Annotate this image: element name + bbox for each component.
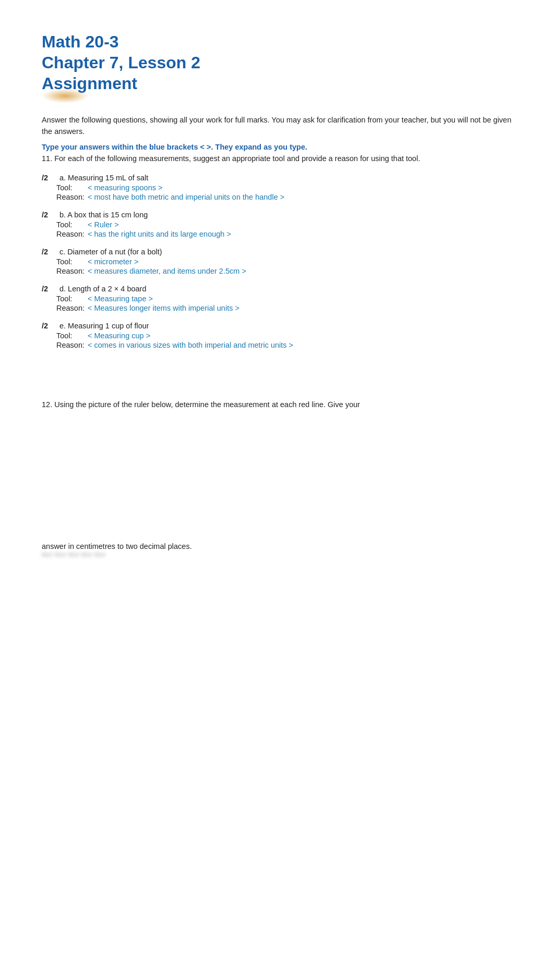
title-line1: Math 20-3 xyxy=(42,32,119,51)
question-text-d: d. Length of a 2 × 4 board xyxy=(59,285,146,293)
tool-value-d[interactable]: < Measuring tape > xyxy=(88,295,153,303)
ruler-image-placeholder xyxy=(42,412,512,480)
tool-label-b: Tool: xyxy=(56,220,88,229)
tool-value-b[interactable]: < Ruler > xyxy=(88,220,119,229)
question-text-c: c. Diameter of a nut (for a bolt) xyxy=(59,248,162,256)
q11-intro: 11. For each of the following measuremen… xyxy=(42,153,512,165)
questions-list: /2 a. Measuring 15 mL of salt Tool: < me… xyxy=(42,174,512,349)
question-a: /2 a. Measuring 15 mL of salt Tool: < me… xyxy=(42,174,512,201)
tool-value-a[interactable]: < measuring spoons > xyxy=(88,183,162,192)
tool-label-e: Tool: xyxy=(56,332,88,340)
question-d: /2 d. Length of a 2 × 4 board Tool: < Me… xyxy=(42,285,512,312)
question-12-section: 12. Using the picture of the ruler below… xyxy=(42,400,512,558)
reason-label-d: Reason: xyxy=(56,304,88,312)
question-text-b: b. A box that is 15 cm long xyxy=(59,211,148,219)
spacer-before-q12 xyxy=(42,359,512,400)
reason-line-e: Reason: < comes in various sizes with bo… xyxy=(56,341,512,349)
tool-line-b: Tool: < Ruler > xyxy=(56,220,512,229)
question-c: /2 c. Diameter of a nut (for a bolt) Too… xyxy=(42,248,512,275)
mark-a: /2 xyxy=(42,174,56,182)
tool-label-d: Tool: xyxy=(56,295,88,303)
tool-line-d: Tool: < Measuring tape > xyxy=(56,295,512,303)
reason-value-a[interactable]: < most have both metric and imperial uni… xyxy=(88,193,284,201)
reason-label-e: Reason: xyxy=(56,341,88,349)
reason-value-e[interactable]: < comes in various sizes with both imper… xyxy=(88,341,293,349)
reason-label-b: Reason: xyxy=(56,230,88,238)
mark-d: /2 xyxy=(42,285,56,293)
tool-value-c[interactable]: < micrometer > xyxy=(88,258,139,266)
mark-c: /2 xyxy=(42,248,56,256)
reason-line-c: Reason: < measures diameter, and items u… xyxy=(56,267,512,275)
question-e: /2 e. Measuring 1 cup of flour Tool: < M… xyxy=(42,322,512,349)
reason-value-d[interactable]: < Measures longer items with imperial un… xyxy=(88,304,239,312)
question-text-a: a. Measuring 15 mL of salt xyxy=(59,174,148,182)
mark-b: /2 xyxy=(42,211,56,219)
title-highlight-decoration xyxy=(42,89,89,103)
q12-text: 12. Using the picture of the ruler below… xyxy=(42,400,512,409)
tool-line-e: Tool: < Measuring cup > xyxy=(56,332,512,340)
reason-line-a: Reason: < most have both metric and impe… xyxy=(56,193,512,201)
tool-value-e[interactable]: < Measuring cup > xyxy=(88,332,150,340)
reason-line-b: Reason: < has the right units and its la… xyxy=(56,230,512,238)
q12-continuation: answer in centimetres to two decimal pla… xyxy=(42,542,512,550)
tool-line-a: Tool: < measuring spoons > xyxy=(56,183,512,192)
tool-label-c: Tool: xyxy=(56,258,88,266)
blue-instruction: Type your answers within the blue bracke… xyxy=(42,143,512,151)
question-text-e: e. Measuring 1 cup of flour xyxy=(59,322,149,330)
reason-label-a: Reason: xyxy=(56,193,88,201)
blurred-answer-text: blur blur blur blur blur xyxy=(42,550,512,558)
tool-label-a: Tool: xyxy=(56,183,88,192)
title-line2: Chapter 7, Lesson 2 xyxy=(42,53,200,72)
reason-line-d: Reason: < Measures longer items with imp… xyxy=(56,304,512,312)
reason-value-c[interactable]: < measures diameter, and items under 2.5… xyxy=(88,267,246,275)
reason-label-c: Reason: xyxy=(56,267,88,275)
tool-line-c: Tool: < micrometer > xyxy=(56,258,512,266)
header-section: Math 20-3 Chapter 7, Lesson 2 Assignment xyxy=(42,31,512,94)
page-title: Math 20-3 Chapter 7, Lesson 2 Assignment xyxy=(42,31,512,94)
intro-paragraph: Answer the following questions, showing … xyxy=(42,115,512,138)
reason-value-b[interactable]: < has the right units and its large enou… xyxy=(88,230,231,238)
question-b: /2 b. A box that is 15 cm long Tool: < R… xyxy=(42,211,512,238)
mark-e: /2 xyxy=(42,322,56,330)
